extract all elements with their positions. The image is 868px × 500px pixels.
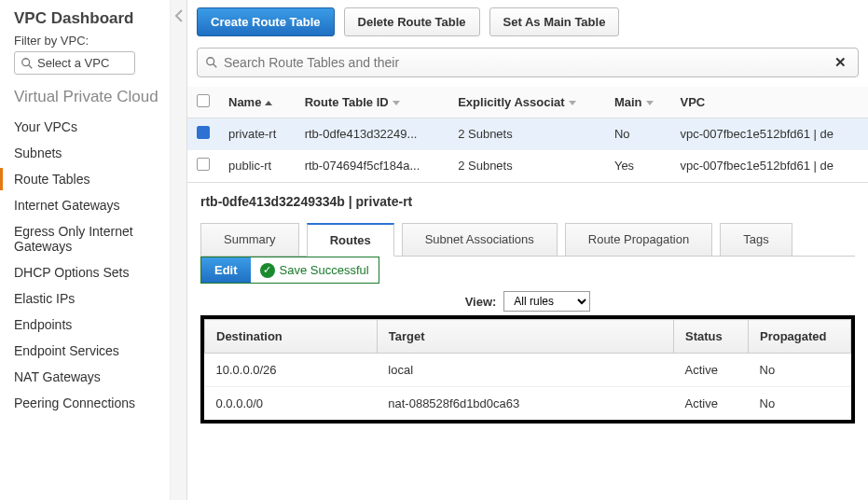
cell-name: private-rt [219, 118, 296, 150]
cell-main: Yes [605, 150, 671, 182]
col-propagated[interactable]: Propagated [749, 320, 851, 354]
route-tables-table: Name Route Table ID Explicitly Associat … [187, 87, 868, 182]
clear-search-icon[interactable]: ✕ [834, 54, 847, 71]
cell-assoc: 2 Subnets [448, 118, 605, 150]
col-target[interactable]: Target [377, 320, 673, 354]
cell-target: local [377, 354, 673, 387]
table-row[interactable]: public-rt rtb-074694f5cf184a... 2 Subnet… [187, 150, 868, 182]
cell-destination: 10.0.0.0/26 [205, 354, 378, 387]
tab-summary[interactable]: Summary [200, 223, 299, 257]
cell-rtid: rtb-074694f5cf184a... [296, 150, 449, 182]
edit-button[interactable]: Edit [201, 257, 251, 283]
table-row[interactable]: private-rt rtb-0dfe413d32249... 2 Subnet… [187, 118, 868, 150]
col-assoc[interactable]: Explicitly Associat [448, 87, 605, 118]
routes-table: Destination Target Status Propagated 10.… [204, 319, 851, 420]
cell-main: No [605, 118, 671, 150]
action-toolbar: Create Route Table Delete Route Table Se… [187, 0, 868, 44]
sidebar-item-endpoint-services[interactable]: Endpoint Services [14, 338, 170, 364]
svg-point-2 [207, 58, 214, 65]
cell-vpc: vpc-007fbec1e512bfd61 | de [671, 150, 869, 182]
detail-header: rtb-0dfe413d32249334b | private-rt [200, 194, 855, 209]
sidebar-item-egress-gateways[interactable]: Egress Only Internet Gateways [14, 218, 170, 259]
sidebar-item-your-vpcs[interactable]: Your VPCs [14, 114, 170, 140]
col-name[interactable]: Name [219, 87, 296, 118]
tab-routes[interactable]: Routes [307, 223, 394, 257]
col-status[interactable]: Status [674, 320, 749, 354]
sidebar-item-subnets[interactable]: Subnets [14, 140, 170, 166]
cell-destination: 0.0.0.0/0 [205, 387, 378, 421]
select-all-checkbox[interactable] [197, 94, 210, 107]
view-label: View: [465, 295, 497, 309]
view-select[interactable]: All rules [503, 291, 590, 312]
sidebar-item-peering[interactable]: Peering Connections [14, 390, 170, 416]
sidebar-item-nat-gateways[interactable]: NAT Gateways [14, 364, 170, 390]
delete-route-table-button[interactable]: Delete Route Table [344, 7, 480, 36]
sidebar: VPC Dashboard Filter by VPC: Select a VP… [0, 0, 171, 500]
sidebar-item-dhcp-options[interactable]: DHCP Options Sets [14, 259, 170, 285]
cell-vpc: vpc-007fbec1e512bfd61 | de [671, 118, 869, 150]
cell-name: public-rt [219, 150, 296, 182]
dashboard-title: VPC Dashboard [14, 9, 170, 28]
col-rtid[interactable]: Route Table ID [296, 87, 449, 118]
cell-rtid: rtb-0dfe413d32249... [296, 118, 449, 150]
sidebar-collapse-handle[interactable] [171, 0, 187, 500]
sidebar-item-route-tables[interactable]: Route Tables [14, 166, 170, 192]
save-successful-message: ✓ Save Successful [251, 259, 379, 282]
detail-tabs: Summary Routes Subnet Associations Route… [200, 222, 855, 256]
main-content: Create Route Table Delete Route Table Se… [187, 0, 868, 500]
cell-propagated: No [749, 354, 851, 387]
cell-propagated: No [749, 387, 851, 421]
row-checkbox[interactable] [197, 158, 210, 171]
sidebar-item-internet-gateways[interactable]: Internet Gateways [14, 192, 170, 218]
route-row: 0.0.0.0/0 nat-088528f6d1bd0ca63 Active N… [205, 387, 851, 421]
search-bar[interactable]: ✕ [197, 48, 859, 77]
routes-table-container: Destination Target Status Propagated 10.… [200, 315, 855, 424]
vpc-select-placeholder: Select a VPC [37, 56, 109, 70]
tab-route-propagation[interactable]: Route Propagation [565, 223, 712, 257]
search-icon [21, 57, 34, 70]
search-icon [205, 56, 218, 69]
row-checkbox[interactable] [197, 126, 210, 139]
chevron-left-icon [174, 9, 184, 22]
col-vpc[interactable]: VPC [671, 87, 869, 118]
tab-subnet-associations[interactable]: Subnet Associations [402, 223, 558, 257]
cell-status: Active [674, 354, 749, 387]
search-input[interactable] [224, 55, 401, 70]
tab-tags[interactable]: Tags [720, 223, 792, 257]
create-route-table-button[interactable]: Create Route Table [197, 7, 335, 36]
detail-panel: rtb-0dfe413d32249334b | private-rt Summa… [187, 182, 868, 435]
filter-label: Filter by VPC: [14, 34, 170, 48]
svg-line-1 [29, 64, 33, 68]
sidebar-item-endpoints[interactable]: Endpoints [14, 312, 170, 338]
route-row: 10.0.0.0/26 local Active No [205, 354, 851, 387]
set-main-table-button[interactable]: Set As Main Table [489, 7, 620, 36]
check-icon: ✓ [260, 263, 275, 278]
col-destination[interactable]: Destination [205, 320, 378, 354]
vpc-filter-select[interactable]: Select a VPC [14, 51, 135, 75]
section-title: Virtual Private Cloud [14, 88, 170, 106]
sidebar-item-elastic-ips[interactable]: Elastic IPs [14, 285, 170, 312]
col-main[interactable]: Main [605, 87, 671, 118]
svg-point-0 [22, 58, 30, 65]
cell-status: Active [674, 387, 749, 421]
cell-assoc: 2 Subnets [448, 150, 605, 182]
svg-line-3 [214, 64, 217, 68]
cell-target-link[interactable]: nat-088528f6d1bd0ca63 [377, 387, 673, 421]
